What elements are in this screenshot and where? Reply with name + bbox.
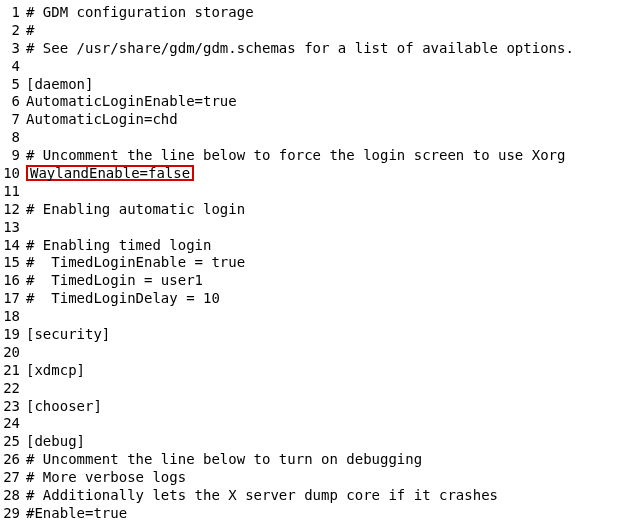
- line-number: 16: [0, 272, 26, 290]
- code-line[interactable]: 12# Enabling automatic login: [0, 201, 639, 219]
- line-number: 26: [0, 451, 26, 469]
- code-text: # Enabling automatic login: [26, 201, 245, 219]
- line-number: 24: [0, 415, 26, 433]
- code-text: #: [26, 22, 34, 40]
- line-number: 15: [0, 254, 26, 272]
- code-line[interactable]: 9# Uncomment the line below to force the…: [0, 147, 639, 165]
- line-number: 3: [0, 40, 26, 58]
- code-text: [daemon]: [26, 76, 93, 94]
- line-number: 2: [0, 22, 26, 40]
- code-line[interactable]: 27# More verbose logs: [0, 469, 639, 487]
- code-line[interactable]: 5[daemon]: [0, 76, 639, 94]
- code-line[interactable]: 29#Enable=true: [0, 505, 639, 523]
- code-line[interactable]: 3# See /usr/share/gdm/gdm.schemas for a …: [0, 40, 639, 58]
- code-line[interactable]: 16# TimedLogin = user1: [0, 272, 639, 290]
- code-text: AutomaticLoginEnable=true: [26, 93, 237, 111]
- code-text: [chooser]: [26, 398, 102, 416]
- code-text: # TimedLoginDelay = 10: [26, 290, 220, 308]
- code-line[interactable]: 18: [0, 308, 639, 326]
- line-number: 12: [0, 201, 26, 219]
- code-line[interactable]: 6AutomaticLoginEnable=true: [0, 93, 639, 111]
- line-number: 13: [0, 219, 26, 237]
- line-number: 8: [0, 129, 26, 147]
- line-number: 6: [0, 93, 26, 111]
- code-line[interactable]: 11: [0, 183, 639, 201]
- code-line[interactable]: 7AutomaticLogin=chd: [0, 111, 639, 129]
- code-text: # Uncomment the line below to turn on de…: [26, 451, 422, 469]
- code-text: # TimedLogin = user1: [26, 272, 203, 290]
- line-number: 23: [0, 398, 26, 416]
- code-text: # Additionally lets the X server dump co…: [26, 487, 498, 505]
- code-text: # More verbose logs: [26, 469, 186, 487]
- code-line[interactable]: 24: [0, 415, 639, 433]
- code-line[interactable]: 22: [0, 380, 639, 398]
- line-number: 1: [0, 4, 26, 22]
- line-number: 21: [0, 362, 26, 380]
- code-line[interactable]: 14# Enabling timed login: [0, 237, 639, 255]
- line-number: 11: [0, 183, 26, 201]
- line-number: 10: [0, 165, 26, 183]
- text-editor[interactable]: 1# GDM configuration storage2#3# See /us…: [0, 0, 639, 525]
- code-text: [security]: [26, 326, 110, 344]
- line-number: 19: [0, 326, 26, 344]
- code-line[interactable]: 25[debug]: [0, 433, 639, 451]
- code-text: [xdmcp]: [26, 362, 85, 380]
- line-number: 18: [0, 308, 26, 326]
- line-number: 17: [0, 290, 26, 308]
- code-line[interactable]: 20: [0, 344, 639, 362]
- code-text: # Uncomment the line below to force the …: [26, 147, 565, 165]
- code-text: AutomaticLogin=chd: [26, 111, 178, 129]
- line-number: 27: [0, 469, 26, 487]
- line-number: 25: [0, 433, 26, 451]
- code-line[interactable]: 19[security]: [0, 326, 639, 344]
- code-line[interactable]: 23[chooser]: [0, 398, 639, 416]
- code-line[interactable]: 2#: [0, 22, 639, 40]
- code-line[interactable]: 13: [0, 219, 639, 237]
- code-line[interactable]: 10WaylandEnable=false: [0, 165, 639, 183]
- code-line[interactable]: 15# TimedLoginEnable = true: [0, 254, 639, 272]
- line-number: 7: [0, 111, 26, 129]
- code-line[interactable]: 4: [0, 58, 639, 76]
- code-line[interactable]: 17# TimedLoginDelay = 10: [0, 290, 639, 308]
- line-number: 29: [0, 505, 26, 523]
- line-number: 22: [0, 380, 26, 398]
- code-line[interactable]: 26# Uncomment the line below to turn on …: [0, 451, 639, 469]
- line-number: 9: [0, 147, 26, 165]
- line-number: 5: [0, 76, 26, 94]
- code-line[interactable]: 1# GDM configuration storage: [0, 4, 639, 22]
- highlighted-text: WaylandEnable=false: [26, 165, 194, 181]
- code-text: # TimedLoginEnable = true: [26, 254, 245, 272]
- line-number: 14: [0, 237, 26, 255]
- code-line[interactable]: 21[xdmcp]: [0, 362, 639, 380]
- code-text: # Enabling timed login: [26, 237, 211, 255]
- code-line[interactable]: 28# Additionally lets the X server dump …: [0, 487, 639, 505]
- line-number: 20: [0, 344, 26, 362]
- line-number: 4: [0, 58, 26, 76]
- code-line[interactable]: 8: [0, 129, 639, 147]
- code-text: #Enable=true: [26, 505, 127, 523]
- line-number: 28: [0, 487, 26, 505]
- code-text: # GDM configuration storage: [26, 4, 254, 22]
- code-text: [debug]: [26, 433, 85, 451]
- code-text: # See /usr/share/gdm/gdm.schemas for a l…: [26, 40, 574, 58]
